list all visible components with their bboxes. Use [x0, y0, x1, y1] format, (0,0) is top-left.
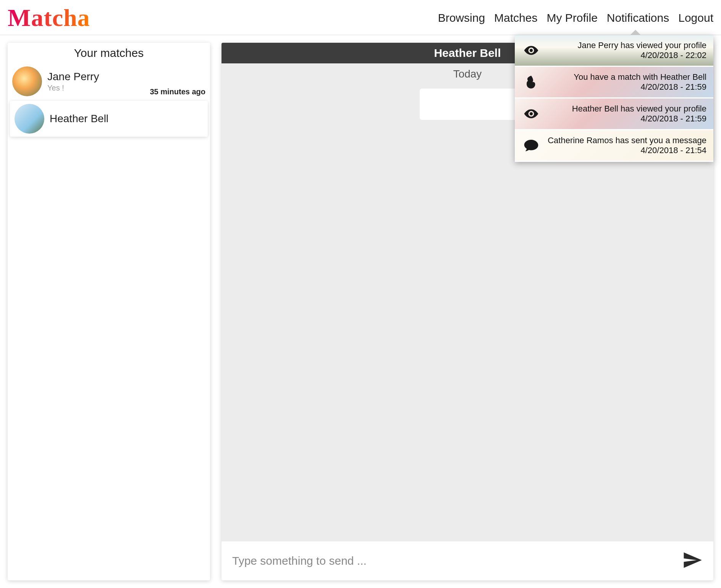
notification-item[interactable]: Jane Perry has viewed your profile 4/20/… [515, 35, 713, 67]
match-item-jane-perry[interactable]: Jane Perry Yes ! 35 minutes ago [8, 63, 210, 99]
match-preview: Yes ! [47, 84, 144, 92]
match-name: Jane Perry [47, 71, 144, 83]
nav-notifications[interactable]: Notifications [607, 11, 669, 24]
match-name: Heather Bell [50, 113, 203, 125]
nav-links: Browsing Matches My Profile Notification… [438, 11, 713, 24]
notification-text: Catherine Ramos has sent you a message 4… [545, 136, 706, 155]
notification-item[interactable]: You have a match with Heather Bell 4/20/… [515, 67, 713, 99]
nav-logout[interactable]: Logout [678, 11, 713, 24]
notification-text: Jane Perry has viewed your profile 4/20/… [545, 40, 706, 60]
brand-logo: Matcha [8, 4, 90, 32]
avatar [15, 104, 44, 134]
chat-input[interactable] [232, 554, 674, 567]
flame-icon [522, 74, 541, 90]
chat-input-row [221, 541, 713, 580]
topbar: Matcha Browsing Matches My Profile Notif… [0, 0, 721, 35]
nav-matches[interactable]: Matches [494, 11, 537, 24]
notification-text: Heather Bell has viewed your profile 4/2… [545, 104, 706, 124]
match-item-heather-bell[interactable]: Heather Bell [10, 101, 208, 137]
eye-icon [522, 106, 541, 121]
notification-item[interactable]: Catherine Ramos has sent you a message 4… [515, 130, 713, 162]
nav-browsing[interactable]: Browsing [438, 11, 485, 24]
match-info: Heather Bell [50, 113, 203, 125]
eye-icon [522, 43, 541, 58]
avatar [12, 66, 42, 96]
match-time: 35 minutes ago [150, 87, 205, 96]
notification-item[interactable]: Heather Bell has viewed your profile 4/2… [515, 99, 713, 130]
match-info: Jane Perry Yes ! [47, 71, 144, 92]
send-button[interactable] [682, 550, 703, 572]
notifications-dropdown: Jane Perry has viewed your profile 4/20/… [515, 35, 713, 162]
notification-text: You have a match with Heather Bell 4/20/… [545, 72, 706, 92]
nav-my-profile[interactable]: My Profile [546, 11, 597, 24]
sidebar-title: Your matches [8, 43, 210, 63]
chat-icon [522, 138, 541, 153]
send-icon [682, 565, 703, 572]
matches-sidebar: Your matches Jane Perry Yes ! 35 minutes… [8, 43, 210, 580]
